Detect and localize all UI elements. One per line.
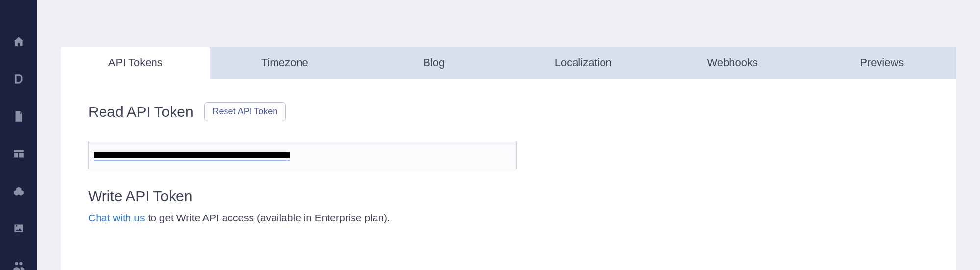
read-token-header: Read API Token Reset API Token (88, 102, 929, 121)
tabs-bar: API Tokens Timezone Blog Localization We… (61, 47, 956, 79)
tab-label: Blog (423, 56, 445, 69)
reset-api-token-button[interactable]: Reset API Token (204, 102, 286, 121)
users-icon (12, 259, 25, 270)
tab-api-tokens[interactable]: API Tokens (61, 47, 210, 79)
tab-label: Webhooks (707, 56, 758, 69)
write-token-desc-text: to get Write API access (available in En… (145, 212, 390, 223)
addon-icon (12, 185, 25, 197)
tab-label: API Tokens (108, 56, 163, 69)
tab-previews[interactable]: Previews (807, 47, 957, 79)
write-token-heading: Write API Token (88, 188, 929, 205)
home-icon (12, 35, 25, 48)
document-icon (12, 110, 25, 123)
tab-label: Previews (860, 56, 904, 69)
write-token-section: Write API Token Chat with us to get Writ… (88, 188, 929, 225)
image-icon (12, 222, 25, 235)
tab-blog[interactable]: Blog (359, 47, 509, 79)
main-area: API Tokens Timezone Blog Localization We… (37, 0, 980, 270)
read-token-value: ████████████████████████████████████████ (94, 152, 290, 158)
token-selection-highlight (94, 160, 290, 161)
sidebar (0, 0, 37, 270)
tab-localization[interactable]: Localization (509, 47, 658, 79)
tab-label: Timezone (261, 56, 308, 69)
tab-timezone[interactable]: Timezone (210, 47, 360, 79)
sidebar-blog[interactable] (12, 73, 25, 85)
sidebar-users[interactable] (12, 259, 25, 270)
write-token-description: Chat with us to get Write API access (av… (88, 211, 929, 225)
tab-content: Read API Token Reset API Token █████████… (61, 79, 956, 248)
sidebar-home[interactable] (12, 35, 25, 48)
read-token-heading: Read API Token (88, 104, 194, 120)
tab-label: Localization (555, 56, 612, 69)
sidebar-addon[interactable] (12, 185, 25, 197)
read-token-input[interactable]: ████████████████████████████████████████ (88, 142, 517, 169)
settings-panel: API Tokens Timezone Blog Localization We… (61, 47, 956, 270)
tab-webhooks[interactable]: Webhooks (658, 47, 807, 79)
sidebar-media[interactable] (12, 222, 25, 235)
chat-with-us-link[interactable]: Chat with us (88, 212, 145, 223)
grid-icon (12, 147, 25, 160)
blog-icon (12, 73, 25, 85)
sidebar-document[interactable] (12, 110, 25, 123)
sidebar-grid[interactable] (12, 147, 25, 160)
